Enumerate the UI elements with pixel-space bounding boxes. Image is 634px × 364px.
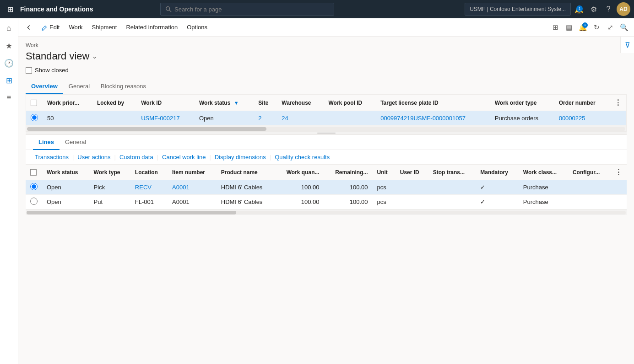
global-search-box[interactable] <box>160 3 334 16</box>
lines-col-work-class[interactable]: Work class... <box>519 165 568 180</box>
grid-view-button[interactable]: ⊞ <box>549 21 562 34</box>
sidebar-item-modules[interactable]: ≡ <box>1 90 17 106</box>
lines-scroll-thumb[interactable] <box>27 211 236 214</box>
lines-col-item-number[interactable]: Item number <box>168 165 217 180</box>
detail-view-button[interactable]: ▤ <box>563 21 575 34</box>
lines-col-more-header[interactable]: ⋮ <box>610 165 627 180</box>
options-button[interactable]: Options <box>183 20 211 35</box>
lines-cell-more-0[interactable] <box>610 180 627 195</box>
lines-row-select[interactable] <box>26 180 42 195</box>
notifications-button[interactable]: 🔔 1 <box>573 3 585 16</box>
cell-work-priority: 50 <box>43 111 92 126</box>
col-work-status[interactable]: Work status ▼ <box>195 95 254 111</box>
warehouse-link[interactable]: 24 <box>282 115 288 122</box>
col-select-all[interactable] <box>26 95 43 111</box>
shipment-button[interactable]: Shipment <box>88 20 121 35</box>
lines-col-select-all[interactable] <box>26 165 42 180</box>
lines-row-radio[interactable] <box>30 183 38 190</box>
work-id-link[interactable]: USMF-000217 <box>141 115 180 122</box>
col-work-priority[interactable]: Work prior... <box>43 95 92 111</box>
search-button[interactable]: 🔍 <box>618 21 630 34</box>
lines-col-mandatory[interactable]: Mandatory <box>476 165 519 180</box>
work-status-filter-icon[interactable]: ▼ <box>234 100 239 106</box>
col-warehouse[interactable]: Warehouse <box>277 95 324 111</box>
table-scrollbar[interactable] <box>26 126 626 131</box>
tab-lines[interactable]: Lines <box>33 135 60 150</box>
tab-lines-general[interactable]: General <box>60 135 92 150</box>
lines-col-location[interactable]: Location <box>130 165 168 180</box>
work-table-container: Work prior... Locked by Work ID Work sta… <box>26 94 627 132</box>
sidebar-item-workspaces[interactable]: ⊞ <box>1 72 17 89</box>
order-number-link[interactable]: 00000225 <box>559 115 585 122</box>
notification-bell-button[interactable]: 🔔 1 <box>576 21 589 34</box>
tab-blocking-reasons[interactable]: Blocking reasons <box>95 79 152 94</box>
lines-col-product-name[interactable]: Product name <box>217 165 275 180</box>
work-button[interactable]: Work <box>65 20 86 35</box>
search-input[interactable] <box>174 6 329 13</box>
tab-general[interactable]: General <box>63 79 95 94</box>
tab-overview[interactable]: Overview <box>26 79 63 94</box>
col-work-id[interactable]: Work ID <box>136 95 195 111</box>
table-row[interactable]: 50 USMF-000217 Open 2 24 0009974219USMF-… <box>26 111 626 126</box>
lines-cell-mandatory: ✓ <box>476 180 519 195</box>
lines-row[interactable]: Open Put FL-001 A0001 HDMI 6' Cables 100… <box>26 195 627 209</box>
sidebar-item-favorites[interactable]: ★ <box>1 37 17 54</box>
col-work-pool-id[interactable]: Work pool ID <box>324 95 376 111</box>
display-dimensions-link[interactable]: Display dimensions <box>213 153 268 161</box>
help-button[interactable]: ? <box>602 3 615 16</box>
sidebar-item-recent[interactable]: 🕐 <box>1 55 17 71</box>
lines-select-all-checkbox[interactable] <box>30 169 37 176</box>
lines-col-stop-trans[interactable]: Stop trans... <box>428 165 476 180</box>
table-scroll-thumb[interactable] <box>27 127 266 131</box>
select-all-checkbox[interactable] <box>31 100 37 106</box>
user-actions-link[interactable]: User actions <box>76 153 112 161</box>
lines-col-work-quantity[interactable]: Work quan... <box>275 165 324 180</box>
edit-icon <box>41 24 48 31</box>
cancel-work-line-link[interactable]: Cancel work line <box>160 153 207 161</box>
col-site[interactable]: Site <box>254 95 277 111</box>
lines-cell-location: RECV <box>130 180 168 195</box>
lines-row[interactable]: Open Pick RECV A0001 HDMI 6' Cables 100.… <box>26 180 627 195</box>
user-avatar[interactable]: AD <box>617 2 630 16</box>
back-button[interactable] <box>22 20 36 35</box>
filter-panel-toggle[interactable]: ⊽ <box>620 37 634 53</box>
lines-cell-more-1[interactable] <box>610 195 627 209</box>
lines-col-work-type[interactable]: Work type <box>89 165 130 180</box>
license-plate-link[interactable]: 0009974219USMF-0000001057 <box>380 115 466 122</box>
lines-scrollbar[interactable] <box>26 209 627 215</box>
edit-label: Edit <box>49 24 60 31</box>
lines-row-select[interactable] <box>26 195 42 209</box>
refresh-button[interactable]: ↻ <box>590 21 603 34</box>
settings-button[interactable]: ⚙ <box>587 3 600 16</box>
quality-check-results-link[interactable]: Quality check results <box>273 153 331 161</box>
lines-col-user-id[interactable]: User ID <box>396 165 428 180</box>
col-work-order-type[interactable]: Work order type <box>490 95 554 111</box>
show-closed-checkbox[interactable] <box>26 67 32 74</box>
lines-col-work-status[interactable]: Work status <box>42 165 89 180</box>
lines-row-radio[interactable] <box>30 198 38 205</box>
col-more-header[interactable]: ⋮ <box>610 95 626 111</box>
transactions-link[interactable]: Transactions <box>33 153 70 161</box>
lines-col-remaining[interactable]: Remaining... <box>324 165 373 180</box>
row-select-cell[interactable] <box>26 111 43 126</box>
cell-more[interactable] <box>610 111 626 126</box>
col-order-number[interactable]: Order number <box>554 95 610 111</box>
work-table-body: 50 USMF-000217 Open 2 24 0009974219USMF-… <box>26 111 626 126</box>
col-locked-by[interactable]: Locked by <box>92 95 136 111</box>
cell-work-order-type: Purchase orders <box>490 111 554 126</box>
location-link-recv[interactable]: RECV <box>135 184 152 191</box>
item-number-link-0[interactable]: A0001 <box>172 184 190 191</box>
site-link[interactable]: 2 <box>258 115 261 122</box>
col-target-license-plate[interactable]: Target license plate ID <box>376 95 490 111</box>
lines-col-unit[interactable]: Unit <box>372 165 395 180</box>
edit-button[interactable]: Edit <box>38 20 63 35</box>
custom-data-link[interactable]: Custom data <box>118 153 155 161</box>
sidebar-item-home[interactable]: ⌂ <box>1 20 17 37</box>
row-radio[interactable] <box>31 114 38 121</box>
open-in-new-button[interactable]: ⤢ <box>604 21 617 34</box>
lines-col-configure[interactable]: Configur... <box>568 165 610 180</box>
tenant-selector[interactable]: USMF | Contoso Entertainment Syste... <box>465 3 571 16</box>
waffle-menu-button[interactable]: ⊞ <box>4 3 16 16</box>
related-info-button[interactable]: Related information <box>122 20 181 35</box>
view-selector-chevron[interactable]: ⌄ <box>92 53 98 60</box>
